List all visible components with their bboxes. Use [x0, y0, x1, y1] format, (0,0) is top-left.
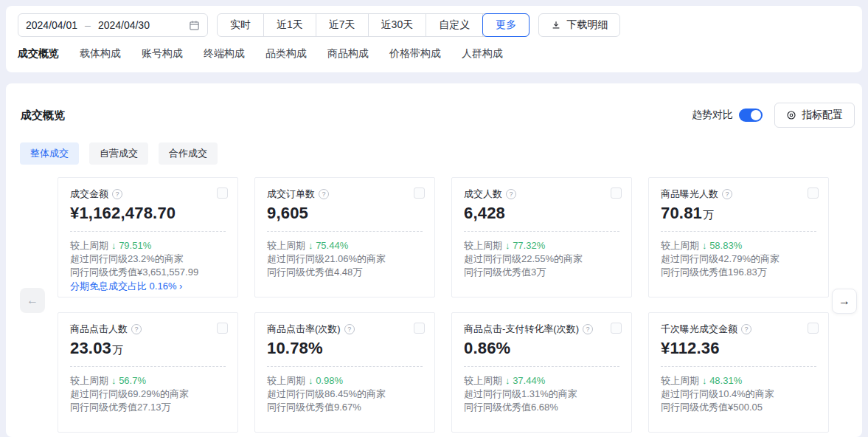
calendar-icon[interactable] — [189, 20, 200, 31]
benchmark-text: 同行同级优秀值6.68% — [464, 401, 619, 414]
metric-config-label: 指标配置 — [802, 109, 843, 122]
range-custom[interactable]: 自定义 — [426, 14, 482, 36]
compare-label: 较上周期 — [267, 375, 305, 386]
divider — [267, 366, 423, 367]
metric-checkbox[interactable] — [808, 323, 819, 334]
date-separator: – — [85, 19, 91, 31]
range-7days[interactable]: 近7天 — [316, 14, 368, 36]
change-value: ↓ 58.83% — [702, 240, 742, 251]
metric-checkbox[interactable] — [808, 187, 819, 199]
date-start[interactable]: 2024/04/01 — [26, 19, 77, 31]
peer-text: 超过同行同级21.06%的商家 — [267, 252, 423, 266]
benchmark-text: 同行同级优秀值¥500.05 — [661, 401, 816, 414]
metric-card-gmv: 成交金额 ? ¥1,162,478.70 较上周期↓ 79.51% 超过同行同级… — [58, 177, 238, 297]
chevron-right-icon: › — [179, 281, 182, 292]
metric-value: 0.86% — [464, 339, 619, 358]
nav-tab-price-band[interactable]: 价格带构成 — [389, 47, 441, 65]
range-1day[interactable]: 近1天 — [263, 14, 316, 36]
compare-label: 较上周期 — [464, 375, 502, 386]
change-value: ↓ 77.32% — [505, 240, 545, 251]
nav-tab-account[interactable]: 账号构成 — [142, 47, 183, 65]
metric-title: 商品曝光人数 — [661, 187, 718, 201]
metric-card-click-users: 商品点击人数 ? 23.03万 较上周期↓ 56.7% 超过同行同级69.29%… — [58, 312, 238, 433]
metric-title: 千次曝光成交金额 — [661, 323, 737, 336]
metric-card-gmv-per-mille-exposure: 千次曝光成交金额 ? ¥112.36 较上周期↓ 48.31% 超过同行同级10… — [648, 312, 829, 433]
help-icon[interactable]: ? — [319, 189, 329, 199]
help-icon[interactable]: ? — [506, 189, 516, 199]
metric-checkbox[interactable] — [611, 323, 622, 334]
metric-checkbox[interactable] — [414, 187, 425, 199]
peer-text: 超过同行同级42.79%的商家 — [661, 252, 816, 266]
installment-share-link[interactable]: 分期免息成交占比 0.16% › — [70, 280, 182, 293]
metric-value: ¥1,162,478.70 — [70, 204, 226, 223]
nav-tab-product[interactable]: 商品构成 — [327, 47, 369, 65]
metric-value: 10.78% — [267, 339, 423, 358]
compare-label: 较上周期 — [661, 240, 699, 251]
metric-value: ¥112.36 — [661, 339, 816, 358]
divider — [464, 231, 619, 232]
nav-tab-carrier[interactable]: 载体构成 — [80, 47, 121, 65]
download-detail-button[interactable]: 下载明细 — [538, 13, 620, 37]
change-value: ↓ 56.7% — [111, 375, 146, 386]
divider — [661, 366, 816, 367]
metric-checkbox[interactable] — [611, 187, 622, 199]
benchmark-text: 同行同级优秀值¥3,651,557.99 — [70, 266, 226, 279]
scope-tab-overall[interactable]: 整体成交 — [20, 142, 79, 165]
change-value: ↓ 75.44% — [308, 240, 348, 251]
metric-card-click-pay-conversion: 商品点击-支付转化率(次数) ? 0.86% 较上周期↓ 37.44% 超过同行… — [451, 312, 632, 433]
metric-config-icon — [786, 110, 796, 120]
section-nav: 成交概览 载体构成 账号构成 终端构成 品类构成 商品构成 价格带构成 人群构成 — [18, 47, 850, 65]
peer-text: 超过同行同级86.45%的商家 — [267, 388, 423, 401]
down-arrow-icon: ↓ — [308, 375, 313, 386]
scope-tab-cooperation[interactable]: 合作成交 — [159, 142, 218, 165]
nav-tab-category[interactable]: 品类构成 — [265, 47, 307, 65]
metric-checkbox[interactable] — [217, 323, 228, 334]
metric-cards-grid: 成交金额 ? ¥1,162,478.70 较上周期↓ 79.51% 超过同行同级… — [58, 177, 829, 433]
metric-checkbox[interactable] — [414, 323, 425, 334]
help-icon[interactable]: ? — [112, 189, 122, 199]
compare-label: 较上周期 — [70, 240, 108, 251]
help-icon[interactable]: ? — [583, 324, 593, 334]
arrow-right-icon: → — [839, 295, 850, 308]
scope-tab-self-operated[interactable]: 自营成交 — [89, 142, 148, 165]
metric-card-click-rate: 商品点击率(次数) ? 10.78% 较上周期↓ 0.98% 超过同行同级86.… — [254, 312, 435, 433]
help-icon[interactable]: ? — [722, 189, 732, 199]
date-range-picker[interactable]: 2024/04/01 – 2024/04/30 — [18, 13, 208, 37]
help-icon[interactable]: ? — [131, 324, 142, 334]
download-icon — [551, 20, 561, 30]
change-value: ↓ 79.51% — [111, 240, 151, 251]
help-icon[interactable]: ? — [344, 324, 355, 334]
help-icon[interactable]: ? — [741, 324, 751, 334]
metric-checkbox[interactable] — [217, 187, 228, 199]
peer-text: 超过同行同级69.29%的商家 — [70, 388, 226, 401]
nav-tab-terminal[interactable]: 终端构成 — [204, 47, 245, 65]
nav-tab-overview[interactable]: 成交概览 — [18, 47, 59, 65]
metric-card-orders: 成交订单数 ? 9,605 较上周期↓ 75.44% 超过同行同级21.06%的… — [254, 177, 435, 297]
overview-panel: 成交概览 趋势对比 指标配置 整体成交 自营成交 合作成交 成交 — [6, 83, 862, 437]
range-more[interactable]: 更多 — [482, 14, 529, 36]
metric-title: 成交人数 — [464, 187, 502, 201]
benchmark-text: 同行同级优秀值9.67% — [267, 401, 423, 414]
toggle-knob — [751, 110, 761, 120]
nav-tab-audience[interactable]: 人群构成 — [462, 47, 503, 65]
divider — [70, 231, 226, 232]
metric-value: 23.03万 — [70, 339, 226, 358]
scroll-left-button[interactable]: ← — [20, 288, 45, 313]
metric-title: 成交金额 — [70, 187, 108, 201]
date-end[interactable]: 2024/04/30 — [98, 19, 150, 31]
metric-config-button[interactable]: 指标配置 — [774, 103, 855, 128]
range-realtime[interactable]: 实时 — [218, 14, 263, 36]
download-label: 下载明细 — [566, 18, 608, 32]
down-arrow-icon: ↓ — [702, 375, 707, 386]
change-value: ↓ 37.44% — [505, 375, 545, 386]
down-arrow-icon: ↓ — [702, 240, 707, 251]
trend-compare-toggle[interactable] — [739, 109, 763, 122]
scroll-right-button[interactable]: → — [832, 289, 857, 314]
metric-title: 商品点击人数 — [70, 323, 128, 336]
metric-title: 成交订单数 — [267, 187, 315, 201]
range-30days[interactable]: 近30天 — [368, 14, 426, 36]
peer-text: 超过同行同级10.4%的商家 — [661, 388, 816, 401]
compare-label: 较上周期 — [70, 375, 108, 386]
divider — [661, 231, 816, 232]
peer-text: 超过同行同级23.2%的商家 — [70, 252, 226, 266]
